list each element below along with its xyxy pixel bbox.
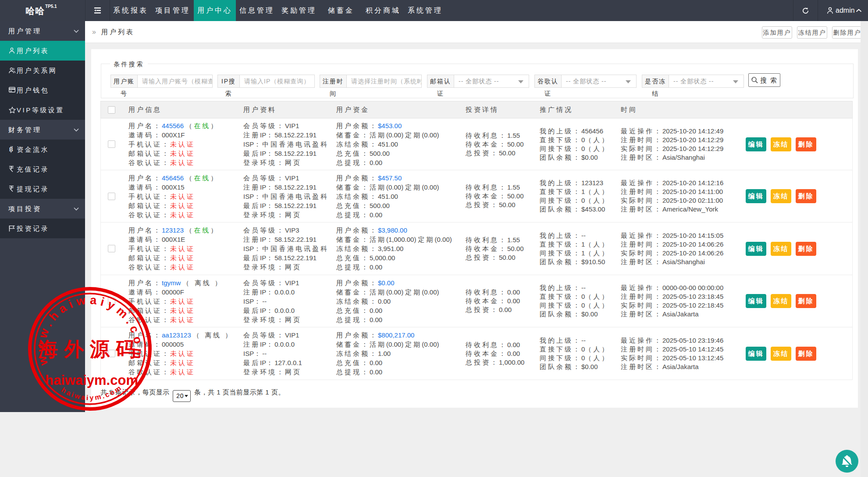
svg-text:haiwaiym.com: haiwaiym.com [45, 373, 138, 388]
svg-text:B: B [9, 147, 14, 153]
svg-text:海外源码: 海外源码 [38, 338, 142, 360]
